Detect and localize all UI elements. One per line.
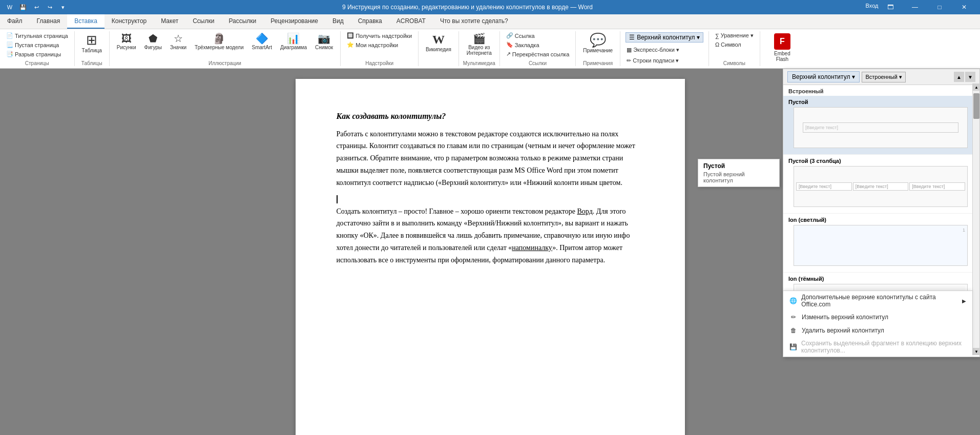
- minimize-btn[interactable]: —: [903, 0, 927, 14]
- pictures-btn[interactable]: 🖼 Рисунки: [114, 31, 139, 52]
- login-btn[interactable]: Вход: [866, 0, 878, 11]
- remove-icon: 🗑: [789, 326, 798, 335]
- header-dropdown-panel: Верхний колонтитул ▾ Встроенный ▾ ▲ ▼ Вс…: [783, 69, 980, 357]
- tab-references[interactable]: Ссылки: [185, 14, 221, 29]
- tab-layout[interactable]: Макет: [154, 14, 185, 29]
- header-dropdown-header: Верхний колонтитул ▾ Встроенный ▾ ▲ ▼: [783, 69, 979, 85]
- bookmark-btn[interactable]: 🔖 Закладка: [504, 40, 572, 49]
- table-icon: ⊞: [86, 33, 97, 47]
- icons-btn[interactable]: ☆ Значки: [167, 31, 190, 52]
- scroll-up-btn[interactable]: ▲: [973, 84, 980, 91]
- title-bar-left: W 💾 ↩ ↪ ▾: [4, 2, 69, 13]
- embed-flash-btn[interactable]: F Embed Flash: [764, 31, 800, 64]
- comment-btn[interactable]: 💬 Примечание: [580, 31, 616, 55]
- equation-btn[interactable]: ∑ Уравнение ▾: [713, 31, 756, 40]
- maximize-btn[interactable]: □: [928, 0, 951, 14]
- edit-icon: ✏: [789, 313, 798, 321]
- dropdown-scrollbar: ▲ ▼: [972, 84, 979, 355]
- option-empty-label: Пустой: [788, 99, 974, 105]
- comments-label: Примечания: [583, 60, 613, 66]
- link-icon: 🔗: [506, 32, 513, 39]
- option-ion-light-label: Ion (светлый): [788, 217, 974, 223]
- option-ion-dark-label: Ion (тёмный): [788, 276, 974, 282]
- screenshot-btn[interactable]: 📷 Снимок: [312, 31, 336, 52]
- header-footer-dropdown[interactable]: ☰ Верхний колонтитул ▾: [625, 32, 703, 43]
- tab-search[interactable]: Что вы хотите сделать?: [433, 14, 515, 29]
- get-addins-btn[interactable]: 🔲 Получить надстройки: [345, 31, 414, 40]
- screenshot-icon: 📷: [318, 33, 330, 44]
- table-btn[interactable]: ⊞ Таблица: [79, 31, 105, 55]
- picture-icon: 🖼: [121, 33, 132, 44]
- scroll-down-btn[interactable]: ▼: [973, 348, 980, 355]
- my-addins-icon: ⭐: [347, 42, 354, 48]
- page-icon: 📄: [6, 32, 13, 39]
- title-page-btn[interactable]: 📄 Титульная страница: [4, 31, 70, 40]
- signature-lines-btn[interactable]: ✏ Строки подписи ▾: [624, 56, 704, 65]
- tab-review[interactable]: Рецензирование: [263, 14, 325, 29]
- link-btn[interactable]: 🔗 Ссылка: [504, 31, 572, 40]
- embed-flash-icon: F: [774, 33, 790, 50]
- option-3col-label: Пустой (3 столбца): [788, 158, 974, 164]
- tab-mailings[interactable]: Рассылки: [221, 14, 263, 29]
- doc-para-1: Работать с колонтитулами можно в текстов…: [337, 128, 644, 189]
- doc-para-2: Создать колонтитул – просто! Главное – х…: [337, 205, 644, 266]
- addins-label: Надстройки: [365, 60, 393, 66]
- my-addins-btn[interactable]: ⭐ Мои надстройки: [345, 40, 414, 49]
- pages-label: Страницы: [25, 60, 49, 66]
- smartart-btn[interactable]: 🔷 SmartArt: [249, 31, 275, 52]
- scroll-down-header[interactable]: ▼: [965, 72, 975, 82]
- quick-customize-btn[interactable]: ▾: [57, 2, 69, 13]
- embedded-btn[interactable]: Встроенный ▾: [862, 72, 906, 82]
- chart-btn[interactable]: 📊 Диаграмма: [277, 31, 310, 52]
- menu-more-headers[interactable]: 🌐 Дополнительные верхние колонтитулы с с…: [783, 291, 972, 310]
- media-label: Мультимедиа: [463, 60, 495, 66]
- quick-undo-btn[interactable]: ↩: [31, 2, 42, 13]
- wikipedia-btn[interactable]: W Википедия: [423, 31, 454, 54]
- blank-page-btn[interactable]: 📃 Пустая страница: [4, 40, 70, 49]
- cross-ref-icon: ↗: [506, 51, 511, 57]
- header-option-empty3col[interactable]: Пустой (3 столбца) [Введите текст] [Введ…: [783, 155, 979, 214]
- equation-icon: ∑: [715, 33, 719, 39]
- tab-file[interactable]: Файл: [0, 14, 30, 29]
- shapes-icon: ⬟: [149, 33, 157, 44]
- tab-acrobat[interactable]: ACROBAT: [389, 14, 433, 29]
- header-type-selector[interactable]: Верхний колонтитул ▾: [787, 71, 860, 82]
- pages-col: 📄 Титульная страница 📃 Пустая страница 📑…: [4, 31, 70, 58]
- header-option-empty[interactable]: Пустой [Введите текст]: [783, 96, 979, 155]
- tab-help[interactable]: Справка: [351, 14, 389, 29]
- group-media: 🎬 Видео из Интернета Мультимедиа: [459, 31, 500, 66]
- symbol-btn[interactable]: Ω Символ: [713, 40, 756, 49]
- option-ion-light-preview: 1: [794, 225, 968, 266]
- view-btn[interactable]: 🗖: [879, 0, 902, 14]
- page-break-btn[interactable]: 📑 Разрыв страницы: [4, 50, 70, 58]
- 3d-models-btn[interactable]: 🗿 Трёхмерные модели: [192, 31, 246, 52]
- tab-view[interactable]: Вид: [325, 14, 351, 29]
- document-area: Как создавать колонтитулы? Работать с ко…: [0, 69, 980, 435]
- menu-remove-header[interactable]: 🗑 Удалить верхний колонтитул: [783, 324, 972, 337]
- symbol-icon: Ω: [715, 42, 719, 48]
- document-page[interactable]: Как создавать колонтитулы? Работать с ко…: [296, 79, 685, 435]
- quick-redo-btn[interactable]: ↪: [44, 2, 55, 13]
- tab-home[interactable]: Главная: [30, 14, 68, 29]
- group-header-footer: ☰ Верхний колонтитул ▾ ▦ Экспресс-блоки …: [620, 31, 709, 66]
- shapes-btn[interactable]: ⬟ Фигуры: [141, 31, 165, 52]
- video-btn[interactable]: 🎬 Видео из Интернета: [464, 31, 495, 58]
- express-blocks-btn[interactable]: ▦ Экспресс-блоки ▾: [624, 46, 704, 54]
- menu-more-icon: 🌐: [789, 297, 797, 305]
- group-links: 🔗 Ссылка 🔖 Закладка ↗ Перекрёстная ссылк…: [500, 31, 576, 66]
- tab-design[interactable]: Конструктор: [105, 14, 154, 29]
- break-icon: 📑: [6, 51, 13, 57]
- cross-ref-btn[interactable]: ↗ Перекрёстная ссылка: [504, 50, 572, 58]
- group-pages: 📄 Титульная страница 📃 Пустая страница 📑…: [0, 31, 75, 66]
- menu-edit-header[interactable]: ✏ Изменить верхний колонтитул: [783, 310, 972, 324]
- header-footer-label: Верхний колонтитул ▾: [637, 34, 700, 41]
- header-option-ion-light[interactable]: Ion (светлый) 1: [783, 214, 979, 273]
- signature-icon: ✏: [627, 57, 631, 64]
- scroll-up-header[interactable]: ▲: [954, 72, 964, 82]
- symbols-label: Символы: [723, 60, 745, 66]
- header-footer-icon: ☰: [629, 34, 635, 41]
- tab-insert[interactable]: Вставка: [67, 14, 105, 29]
- close-btn[interactable]: ✕: [952, 0, 976, 14]
- quick-save-btn[interactable]: 💾: [17, 2, 29, 13]
- header-selector-row: ☰ Верхний колонтитул ▾: [624, 31, 704, 44]
